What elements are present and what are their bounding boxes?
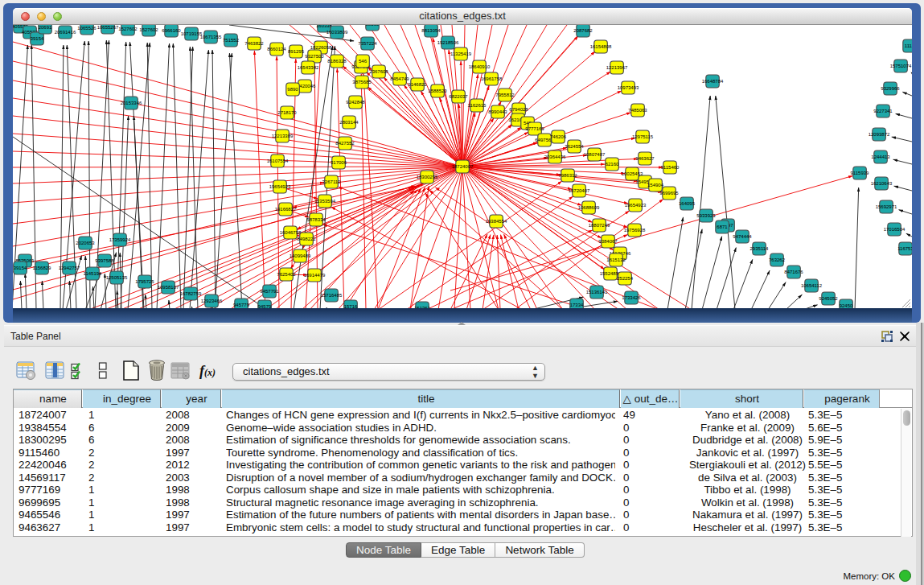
svg-text:7357224: 7357224 xyxy=(358,41,377,46)
svg-text:2718170: 2718170 xyxy=(277,110,297,115)
svg-text:8186328: 8186328 xyxy=(327,59,347,64)
svg-text:945779: 945779 xyxy=(233,303,250,307)
svg-text:7485063: 7485063 xyxy=(628,108,647,113)
svg-text:151361: 151361 xyxy=(414,306,431,308)
svg-text:12213967: 12213967 xyxy=(606,65,628,70)
svg-text:11325419: 11325419 xyxy=(450,51,472,56)
svg-text:3624554: 3624554 xyxy=(565,144,584,149)
svg-text:8471676: 8471676 xyxy=(784,270,803,274)
svg-text:18640910: 18640910 xyxy=(469,64,491,69)
svg-text:252254: 252254 xyxy=(617,276,634,281)
svg-text:9115939: 9115939 xyxy=(851,171,870,175)
svg-text:1065526: 1065526 xyxy=(77,26,97,31)
svg-text:8454749: 8454749 xyxy=(390,76,409,81)
svg-text:8990443: 8990443 xyxy=(488,109,507,114)
svg-text:9115460: 9115460 xyxy=(661,165,680,170)
svg-text:16648784: 16648784 xyxy=(702,79,724,84)
svg-text:19654923: 19654923 xyxy=(269,184,291,189)
svg-text:15751074: 15751074 xyxy=(890,64,912,68)
svg-text:763262: 763262 xyxy=(769,257,786,262)
svg-text:19384554: 19384554 xyxy=(486,219,507,224)
svg-text:17334: 17334 xyxy=(570,303,584,307)
svg-text:12093872: 12093872 xyxy=(869,132,890,137)
svg-text:6871: 6871 xyxy=(717,225,728,229)
svg-text:15692971: 15692971 xyxy=(876,204,897,209)
svg-text:14099489: 14099489 xyxy=(290,253,311,258)
svg-text:20691: 20691 xyxy=(39,25,52,30)
svg-text:16210643: 16210643 xyxy=(871,181,893,186)
svg-text:2367608: 2367608 xyxy=(369,69,388,74)
svg-text:751552: 751552 xyxy=(223,38,240,43)
svg-text:12213389: 12213389 xyxy=(272,134,294,138)
svg-text:7955812: 7955812 xyxy=(495,93,515,97)
svg-text:1244413: 1244413 xyxy=(871,154,890,159)
svg-text:12923466: 12923466 xyxy=(201,299,223,303)
svg-text:9397588: 9397588 xyxy=(95,258,114,263)
svg-text:154904: 154904 xyxy=(647,183,664,187)
svg-text:1527602: 1527602 xyxy=(118,27,138,31)
svg-text:20364436: 20364436 xyxy=(544,154,566,159)
svg-text:9777169: 9777169 xyxy=(525,126,544,131)
svg-text:9146821: 9146821 xyxy=(408,82,427,87)
svg-text:317006: 317006 xyxy=(331,160,347,165)
svg-text:9245052: 9245052 xyxy=(819,296,838,301)
svg-text:20691416: 20691416 xyxy=(55,30,76,35)
svg-text:19218506: 19218506 xyxy=(437,40,459,45)
svg-text:7986312: 7986312 xyxy=(558,173,577,178)
svg-text:92450: 92450 xyxy=(840,303,853,308)
svg-text:1733426: 1733426 xyxy=(622,295,641,300)
svg-text:1156829: 1156829 xyxy=(33,266,52,270)
svg-text:9329966: 9329966 xyxy=(881,86,900,91)
svg-text:17016504: 17016504 xyxy=(884,227,906,232)
svg-text:2803144: 2803144 xyxy=(339,120,359,125)
svg-text:39154: 39154 xyxy=(14,266,27,270)
svg-text:15136141: 15136141 xyxy=(586,290,608,295)
svg-text:16107554: 16107554 xyxy=(267,159,289,163)
svg-text:6966160: 6966160 xyxy=(162,28,181,33)
svg-text:9474444: 9474444 xyxy=(733,234,752,239)
svg-text:2935114: 2935114 xyxy=(750,246,770,251)
svg-text:9327500: 9327500 xyxy=(305,54,324,59)
svg-text:12975115: 12975115 xyxy=(632,134,654,139)
svg-text:8813054: 8813054 xyxy=(421,28,441,33)
svg-text:6822037: 6822037 xyxy=(449,94,468,99)
svg-text:16914479: 16914479 xyxy=(304,273,326,278)
svg-text:15720407: 15720407 xyxy=(569,188,590,193)
svg-text:1588520: 1588520 xyxy=(428,89,447,93)
svg-text:10655267: 10655267 xyxy=(97,25,119,30)
svg-text:746206: 746206 xyxy=(550,134,567,139)
svg-text:15716485: 15716485 xyxy=(321,293,343,298)
svg-text:2087682: 2087682 xyxy=(573,28,593,33)
svg-text:6794028: 6794028 xyxy=(509,107,528,112)
svg-text:1795725: 1795725 xyxy=(135,279,154,284)
svg-text:9890: 9890 xyxy=(287,87,298,92)
svg-text:16961758: 16961758 xyxy=(481,76,503,81)
svg-text:116753: 116753 xyxy=(897,246,912,251)
svg-text:1162615: 1162615 xyxy=(468,103,487,108)
svg-text:546: 546 xyxy=(359,59,368,64)
svg-text:10688609: 10688609 xyxy=(578,205,600,210)
svg-text:10958107: 10958107 xyxy=(158,285,179,290)
svg-text:7625402: 7625402 xyxy=(277,272,296,277)
svg-text:9463627: 9463627 xyxy=(635,156,655,161)
svg-text:20153346: 20153346 xyxy=(121,101,142,105)
svg-text:16543362: 16543362 xyxy=(298,65,319,70)
svg-text:10973493: 10973493 xyxy=(618,85,639,90)
svg-text:17359924: 17359924 xyxy=(109,237,131,242)
svg-text:5878334: 5878334 xyxy=(306,217,326,222)
svg-text:18226058: 18226058 xyxy=(310,45,332,50)
svg-text:9384067: 9384067 xyxy=(598,239,618,244)
svg-text:11353594: 11353594 xyxy=(314,199,336,204)
svg-text:10671355: 10671355 xyxy=(200,35,222,39)
svg-text:62160: 62160 xyxy=(606,162,619,167)
svg-text:5933923: 5933923 xyxy=(696,213,716,218)
svg-text:19166827: 19166827 xyxy=(275,207,297,212)
svg-text:18300295: 18300295 xyxy=(417,175,438,179)
svg-text:19756928: 19756928 xyxy=(624,228,646,233)
svg-text:3875685: 3875685 xyxy=(352,80,372,84)
svg-text:8498222: 8498222 xyxy=(297,237,316,241)
svg-text:1615132: 1615132 xyxy=(606,257,626,262)
svg-text:1117: 1117 xyxy=(905,43,912,48)
svg-text:12505135: 12505135 xyxy=(106,275,128,280)
svg-text:39154: 39154 xyxy=(31,36,44,41)
